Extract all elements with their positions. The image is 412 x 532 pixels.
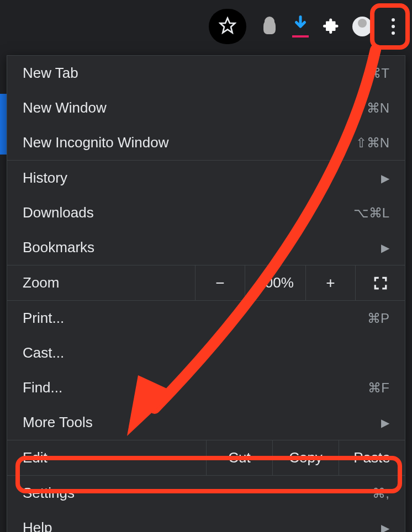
- menu-new-incognito-window[interactable]: New Incognito Window ⇧⌘N: [7, 125, 405, 160]
- menu-zoom-row: Zoom − 100% +: [7, 265, 405, 300]
- menu-history[interactable]: History ▶: [7, 161, 405, 195]
- fullscreen-icon: [373, 276, 388, 290]
- edit-cut-button[interactable]: Cut: [206, 440, 272, 475]
- menu-item-label: New Incognito Window: [23, 134, 168, 151]
- menu-item-label: Settings: [23, 485, 75, 502]
- menu-downloads[interactable]: Downloads ⌥⌘L: [7, 195, 405, 230]
- annotation-kebab-highlight: [370, 3, 410, 50]
- zoom-value: 100%: [245, 265, 305, 300]
- chevron-right-icon: ▶: [381, 416, 389, 429]
- profile-avatar[interactable]: [349, 13, 376, 40]
- menu-item-label: Cast...: [23, 344, 64, 361]
- menu-edit-row: Edit Cut Copy Paste: [7, 440, 405, 475]
- edit-label: Edit: [7, 440, 206, 475]
- menu-item-label: More Tools: [23, 414, 93, 431]
- menu-find[interactable]: Find... ⌘F: [7, 370, 405, 405]
- menu-print[interactable]: Print... ⌘P: [7, 301, 405, 336]
- zoom-label: Zoom: [7, 265, 195, 300]
- menu-help[interactable]: Help ▶: [7, 510, 405, 532]
- menu-item-shortcut: ⌥⌘L: [353, 205, 389, 221]
- fullscreen-button[interactable]: [355, 265, 405, 300]
- menu-item-shortcut: ⌘,: [372, 486, 389, 501]
- menu-item-label: Help: [23, 519, 52, 532]
- menu-item-label: History: [23, 169, 67, 187]
- zoom-in-button[interactable]: +: [305, 265, 355, 300]
- chevron-right-icon: ▶: [381, 241, 389, 254]
- menu-item-shortcut: ⌘N: [367, 100, 389, 116]
- bookmark-star-icon[interactable]: [219, 17, 236, 36]
- menu-item-label: Print...: [23, 310, 64, 327]
- menu-settings[interactable]: Settings ⌘,: [7, 476, 405, 510]
- menu-item-label: New Window: [23, 99, 107, 116]
- menu-item-label: New Tab: [23, 65, 78, 82]
- chrome-main-menu: New Tab ⌘T New Window ⌘N New Incognito W…: [7, 55, 405, 532]
- user-icon[interactable]: [256, 13, 283, 40]
- browser-toolbar: [0, 0, 412, 52]
- chevron-right-icon: ▶: [381, 522, 389, 533]
- edit-paste-button[interactable]: Paste: [339, 440, 405, 475]
- page-content-strip: [0, 94, 7, 155]
- menu-item-shortcut: ⌘T: [368, 66, 389, 81]
- menu-item-shortcut: ⇧⌘N: [356, 135, 389, 151]
- menu-item-label: Bookmarks: [23, 239, 94, 256]
- extensions-icon[interactable]: [318, 13, 345, 40]
- menu-item-label: Find...: [23, 379, 62, 396]
- menu-item-shortcut: ⌘F: [368, 380, 389, 396]
- three-dots-vertical-icon: [392, 18, 395, 35]
- more-menu-button[interactable]: [380, 13, 406, 40]
- menu-cast[interactable]: Cast...: [7, 336, 405, 370]
- svg-marker-0: [220, 18, 235, 33]
- menu-bookmarks[interactable]: Bookmarks ▶: [7, 230, 405, 265]
- omnibox-right: [209, 9, 246, 44]
- menu-item-shortcut: ⌘P: [367, 311, 389, 326]
- downloads-icon[interactable]: [287, 13, 314, 40]
- edit-copy-button[interactable]: Copy: [272, 440, 339, 475]
- zoom-out-button[interactable]: −: [195, 265, 245, 300]
- menu-new-window[interactable]: New Window ⌘N: [7, 91, 405, 125]
- menu-new-tab[interactable]: New Tab ⌘T: [7, 56, 405, 91]
- menu-item-label: Downloads: [23, 204, 94, 221]
- chevron-right-icon: ▶: [381, 172, 389, 185]
- menu-more-tools[interactable]: More Tools ▶: [7, 405, 405, 440]
